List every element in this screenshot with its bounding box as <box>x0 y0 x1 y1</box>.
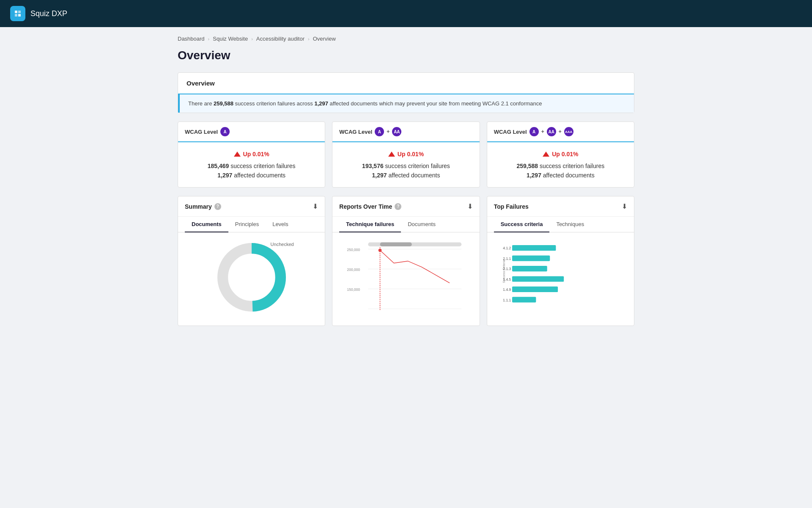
svg-rect-17 <box>512 256 550 261</box>
wcag-card-aa-body: Up 0.01% 193,576 success criterion failu… <box>332 142 479 187</box>
tab-documents[interactable]: Documents <box>185 217 228 232</box>
docs-label-aaa: affected documents <box>543 172 595 179</box>
top-bar: Squiz DXP <box>0 0 812 27</box>
summary-panel-body: Unchecked <box>178 232 325 326</box>
wcag-card-a: WCAG Level A Up 0.01% 185,469 success cr… <box>178 121 325 188</box>
docs-count-aa: 1,297 <box>372 172 387 179</box>
trend-aaa: Up 0.01% <box>494 151 627 157</box>
failures-count-aaa: 259,588 <box>516 163 538 169</box>
svg-text:1.1.1: 1.1.1 <box>503 298 511 302</box>
svg-text:200,000: 200,000 <box>347 268 360 272</box>
breadcrumb-accessibility-auditor[interactable]: Accessibility auditor <box>256 36 304 42</box>
plus-3: + <box>559 129 562 135</box>
donut-chart-svg <box>214 239 290 315</box>
reports-panel-header: Reports Over Time ? ⬇ <box>332 196 479 217</box>
svg-text:2.1.3: 2.1.3 <box>503 267 511 271</box>
badge-aaa-aa: AA <box>547 127 556 136</box>
breadcrumb-dashboard[interactable]: Dashboard <box>178 36 205 42</box>
wcag-card-aaa: WCAG Level A + AA + AAA Up 0.01% 259,588… <box>487 121 634 188</box>
wcag-card-aa-header: WCAG Level A + AA <box>332 122 479 142</box>
info-prefix: There are <box>188 100 214 107</box>
svg-rect-25 <box>512 297 536 302</box>
failures-label-a: success criterion failures <box>230 163 295 169</box>
svg-text:2.1.1: 2.1.1 <box>503 257 511 261</box>
tab-technique-failures[interactable]: Technique failures <box>339 217 401 232</box>
top-failures-panel: Top Failures ⬇ Success criteria Techniqu… <box>487 196 634 326</box>
breadcrumb: Dashboard › Squiz Website › Accessibilit… <box>178 36 634 42</box>
breadcrumb-squiz-website[interactable]: Squiz Website <box>213 36 248 42</box>
arrow-up-icon-aaa <box>543 152 549 157</box>
failures-label-aaa: success criterion failures <box>540 163 604 169</box>
failures-aaa: 259,588 success criterion failures <box>494 163 627 169</box>
svg-rect-21 <box>512 276 564 282</box>
wcag-grid: WCAG Level A Up 0.01% 185,469 success cr… <box>178 121 634 188</box>
summary-tab-bar: Documents Principles Levels <box>178 217 325 232</box>
docs-aaa: 1,297 affected documents <box>494 172 627 179</box>
wcag-label-aaa: WCAG Level <box>494 129 527 135</box>
docs-label-a: affected documents <box>234 172 285 179</box>
wcag-card-aaa-body: Up 0.01% 259,588 success criterion failu… <box>487 142 634 187</box>
reports-download-button[interactable]: ⬇ <box>467 202 473 210</box>
reports-panel-body: 250,000 200,000 150,000 <box>332 232 479 326</box>
summary-download-button[interactable]: ⬇ <box>313 202 318 210</box>
bottom-grid: Summary ? ⬇ Documents Principles Levels … <box>178 196 634 326</box>
info-docs-count: 1,297 <box>314 100 328 107</box>
tab-techniques[interactable]: Techniques <box>549 217 591 232</box>
svg-text:250,000: 250,000 <box>347 248 360 252</box>
reports-tab-bar: Technique failures Documents <box>332 217 479 232</box>
badge-aa: AA <box>392 127 401 136</box>
arrow-up-icon-aa <box>388 152 395 157</box>
badge-a: A <box>220 127 230 136</box>
summary-title-text: Summary <box>185 203 212 210</box>
svg-rect-19 <box>512 266 547 271</box>
failures-count-a: 185,469 <box>208 163 229 169</box>
app-title: Squiz DXP <box>30 9 67 18</box>
wcag-card-a-header: WCAG Level A <box>178 122 325 142</box>
breadcrumb-sep-2: › <box>251 36 253 41</box>
failures-label-aa: success criterion failures <box>385 163 450 169</box>
badge-aa-a: A <box>375 127 384 136</box>
reports-title-text: Reports Over Time <box>339 203 392 210</box>
reports-panel: Reports Over Time ? ⬇ Technique failures… <box>332 196 480 326</box>
top-failures-title-text: Top Failures <box>494 203 529 210</box>
docs-label-aa: affected documents <box>388 172 440 179</box>
page-title: Overview <box>178 49 634 62</box>
badge-aaa-a: A <box>529 127 539 136</box>
breadcrumb-current: Overview <box>313 36 336 42</box>
arrow-up-icon-a <box>234 152 241 157</box>
trend-aa: Up 0.01% <box>339 151 472 157</box>
docs-count-a: 1,297 <box>217 172 232 179</box>
plus-2: + <box>541 129 544 135</box>
trend-label-aa: Up 0.01% <box>398 151 424 157</box>
summary-panel-header: Summary ? ⬇ <box>178 196 325 217</box>
trend-label-aaa: Up 0.01% <box>552 151 578 157</box>
svg-rect-10 <box>380 243 412 246</box>
tab-principles[interactable]: Principles <box>228 217 266 232</box>
summary-info-icon: ? <box>214 203 221 210</box>
overview-card-header: Overview <box>178 73 634 94</box>
svg-rect-15 <box>512 245 556 251</box>
docs-count-aaa: 1,297 <box>527 172 541 179</box>
tab-report-documents[interactable]: Documents <box>401 217 442 232</box>
trend-a: Up 0.01% <box>185 151 318 157</box>
tab-success-criteria[interactable]: Success criteria <box>494 217 550 232</box>
reports-title: Reports Over Time ? <box>339 203 401 210</box>
wcag-card-aa: WCAG Level A + AA Up 0.01% 193,576 succe… <box>332 121 480 188</box>
top-failures-download-button[interactable]: ⬇ <box>622 202 627 210</box>
unchecked-label: Unchecked <box>271 242 294 247</box>
overview-card: Overview There are 259,588 success crite… <box>178 72 634 113</box>
wcag-label-a: WCAG Level <box>185 129 218 135</box>
info-suffix: affected documents which may prevent you… <box>328 100 542 107</box>
top-failures-tab-bar: Success criteria Techniques <box>487 217 634 232</box>
tab-levels[interactable]: Levels <box>266 217 295 232</box>
bar-chart-svg: Success Criteria 4.1.2 2.1.1 2.1.3 1.4.5 <box>494 239 627 319</box>
top-failures-title: Top Failures <box>494 203 529 210</box>
svg-rect-23 <box>512 287 558 292</box>
docs-a: 1,297 affected documents <box>185 172 318 179</box>
wcag-card-a-body: Up 0.01% 185,469 success criterion failu… <box>178 142 325 187</box>
badge-aaa: AAA <box>564 127 573 136</box>
svg-text:4.1.2: 4.1.2 <box>503 246 511 250</box>
trend-label-a: Up 0.01% <box>243 151 269 157</box>
plus-1: + <box>387 129 390 135</box>
breadcrumb-sep-1: › <box>208 36 210 41</box>
